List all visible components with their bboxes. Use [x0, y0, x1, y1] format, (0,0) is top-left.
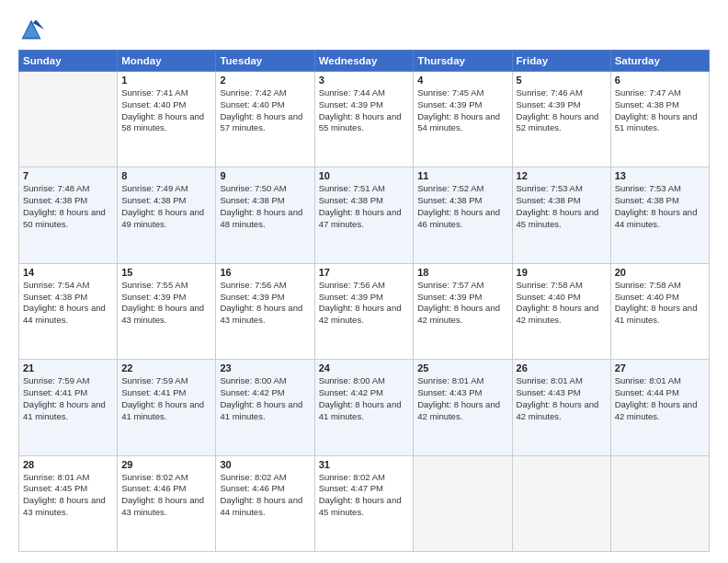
day-number: 30 — [220, 459, 310, 470]
daylight-text-line1: Daylight: 8 hours and — [220, 207, 310, 219]
sunset-text: Sunset: 4:38 PM — [417, 195, 507, 207]
sunset-text: Sunset: 4:38 PM — [319, 195, 410, 207]
daylight-text-line2: 42 minutes. — [417, 315, 507, 327]
day-number: 1 — [121, 75, 211, 86]
sunset-text: Sunset: 4:41 PM — [121, 387, 211, 399]
calendar-cell: 1Sunrise: 7:41 AMSunset: 4:40 PMDaylight… — [118, 72, 216, 167]
sunrise-text: Sunrise: 7:59 AM — [23, 375, 113, 387]
daylight-text-line1: Daylight: 8 hours and — [121, 207, 211, 219]
daylight-text-line1: Daylight: 8 hours and — [319, 207, 410, 219]
day-number: 20 — [615, 267, 705, 278]
sunrise-text: Sunrise: 7:50 AM — [220, 183, 310, 195]
daylight-text-line1: Daylight: 8 hours and — [615, 399, 705, 411]
sunrise-text: Sunrise: 7:53 AM — [615, 183, 705, 195]
sunset-text: Sunset: 4:40 PM — [220, 99, 310, 111]
day-number: 24 — [319, 362, 410, 373]
daylight-text-line2: 44 minutes. — [615, 219, 705, 231]
calendar-cell — [414, 455, 512, 551]
daylight-text-line2: 44 minutes. — [220, 507, 310, 519]
sunrise-text: Sunrise: 7:56 AM — [319, 280, 410, 292]
daylight-text-line1: Daylight: 8 hours and — [220, 495, 310, 507]
daylight-text-line1: Daylight: 8 hours and — [517, 399, 607, 411]
sunset-text: Sunset: 4:38 PM — [517, 195, 607, 207]
calendar-cell: 28Sunrise: 8:01 AMSunset: 4:45 PMDayligh… — [19, 455, 118, 551]
day-number: 11 — [417, 170, 507, 181]
daylight-text-line2: 57 minutes. — [220, 122, 310, 134]
daylight-text-line2: 44 minutes. — [23, 315, 113, 327]
sunrise-text: Sunrise: 8:00 AM — [319, 375, 410, 387]
daylight-text-line1: Daylight: 8 hours and — [517, 207, 607, 219]
calendar-cell: 18Sunrise: 7:57 AMSunset: 4:39 PMDayligh… — [414, 263, 512, 359]
day-number: 16 — [220, 267, 310, 278]
daylight-text-line1: Daylight: 8 hours and — [615, 207, 705, 219]
daylight-text-line1: Daylight: 8 hours and — [319, 495, 410, 507]
daylight-text-line2: 49 minutes. — [121, 219, 211, 231]
sunset-text: Sunset: 4:43 PM — [517, 387, 607, 399]
day-number: 23 — [220, 362, 310, 373]
daylight-text-line1: Daylight: 8 hours and — [517, 303, 607, 315]
daylight-text-line1: Daylight: 8 hours and — [23, 495, 113, 507]
day-number: 8 — [121, 170, 211, 181]
day-number: 9 — [220, 170, 310, 181]
daylight-text-line2: 51 minutes. — [615, 122, 705, 134]
calendar-cell: 24Sunrise: 8:00 AMSunset: 4:42 PMDayligh… — [314, 360, 414, 455]
day-number: 10 — [319, 170, 410, 181]
sunset-text: Sunset: 4:38 PM — [23, 292, 113, 304]
daylight-text-line1: Daylight: 8 hours and — [121, 111, 211, 123]
sunset-text: Sunset: 4:39 PM — [220, 292, 310, 304]
calendar-cell: 15Sunrise: 7:55 AMSunset: 4:39 PMDayligh… — [118, 263, 216, 359]
day-number: 26 — [517, 362, 607, 373]
daylight-text-line2: 41 minutes. — [319, 411, 410, 423]
daylight-text-line2: 46 minutes. — [417, 219, 507, 231]
day-number: 12 — [517, 170, 607, 181]
sunset-text: Sunset: 4:40 PM — [121, 99, 211, 111]
calendar-week-row: 21Sunrise: 7:59 AMSunset: 4:41 PMDayligh… — [19, 360, 710, 455]
sunset-text: Sunset: 4:39 PM — [319, 99, 410, 111]
day-number: 18 — [417, 267, 507, 278]
sunrise-text: Sunrise: 7:42 AM — [220, 87, 310, 99]
sunset-text: Sunset: 4:38 PM — [121, 195, 211, 207]
sunset-text: Sunset: 4:46 PM — [220, 483, 310, 495]
calendar-cell: 12Sunrise: 7:53 AMSunset: 4:38 PMDayligh… — [512, 167, 610, 263]
sunset-text: Sunset: 4:42 PM — [220, 387, 310, 399]
sunset-text: Sunset: 4:38 PM — [220, 195, 310, 207]
calendar-cell: 22Sunrise: 7:59 AMSunset: 4:41 PMDayligh… — [118, 360, 216, 455]
daylight-text-line2: 45 minutes. — [517, 219, 607, 231]
day-number: 22 — [121, 362, 211, 373]
sunrise-text: Sunrise: 8:01 AM — [517, 375, 607, 387]
daylight-text-line1: Daylight: 8 hours and — [319, 111, 410, 123]
sunset-text: Sunset: 4:38 PM — [615, 195, 705, 207]
day-number: 6 — [615, 75, 705, 86]
daylight-text-line1: Daylight: 8 hours and — [220, 399, 310, 411]
sunrise-text: Sunrise: 7:53 AM — [517, 183, 607, 195]
sunset-text: Sunset: 4:47 PM — [319, 483, 410, 495]
calendar-cell: 8Sunrise: 7:49 AMSunset: 4:38 PMDaylight… — [118, 167, 216, 263]
weekday-header-wednesday: Wednesday — [314, 51, 414, 72]
calendar-cell: 23Sunrise: 8:00 AMSunset: 4:42 PMDayligh… — [216, 360, 314, 455]
sunrise-text: Sunrise: 7:47 AM — [615, 87, 705, 99]
daylight-text-line2: 50 minutes. — [23, 219, 113, 231]
daylight-text-line1: Daylight: 8 hours and — [319, 303, 410, 315]
daylight-text-line2: 47 minutes. — [319, 219, 410, 231]
daylight-text-line2: 43 minutes. — [121, 507, 211, 519]
sunrise-text: Sunrise: 7:55 AM — [121, 280, 211, 292]
calendar-cell: 5Sunrise: 7:46 AMSunset: 4:39 PMDaylight… — [512, 72, 610, 167]
sunset-text: Sunset: 4:40 PM — [615, 292, 705, 304]
sunset-text: Sunset: 4:39 PM — [517, 99, 607, 111]
calendar-cell: 26Sunrise: 8:01 AMSunset: 4:43 PMDayligh… — [512, 360, 610, 455]
sunset-text: Sunset: 4:41 PM — [23, 387, 113, 399]
daylight-text-line1: Daylight: 8 hours and — [121, 495, 211, 507]
calendar-cell: 17Sunrise: 7:56 AMSunset: 4:39 PMDayligh… — [314, 263, 414, 359]
daylight-text-line2: 42 minutes. — [517, 315, 607, 327]
day-number: 28 — [23, 459, 113, 470]
weekday-header-saturday: Saturday — [610, 51, 709, 72]
daylight-text-line2: 48 minutes. — [220, 219, 310, 231]
calendar-cell — [19, 72, 118, 167]
sunset-text: Sunset: 4:38 PM — [615, 99, 705, 111]
daylight-text-line1: Daylight: 8 hours and — [23, 207, 113, 219]
sunrise-text: Sunrise: 7:59 AM — [121, 375, 211, 387]
day-number: 17 — [319, 267, 410, 278]
sunrise-text: Sunrise: 7:57 AM — [417, 280, 507, 292]
daylight-text-line2: 43 minutes. — [121, 315, 211, 327]
calendar-body: 1Sunrise: 7:41 AMSunset: 4:40 PMDaylight… — [19, 72, 710, 552]
